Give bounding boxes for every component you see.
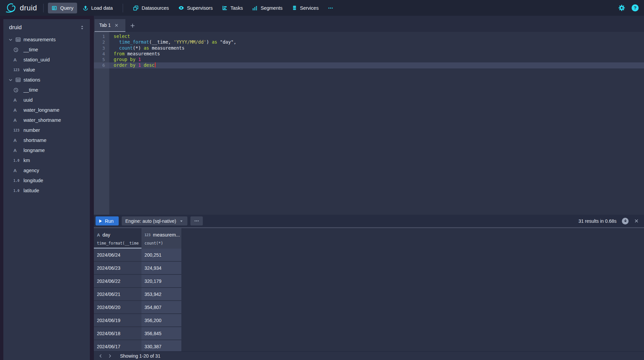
table-cell[interactable]: 330,387 [141, 340, 181, 352]
table-row: 2024/06/21353,942 [94, 288, 644, 301]
tree-column-time[interactable]: __time [3, 85, 90, 95]
table-icon [13, 37, 23, 42]
table-name: stations [23, 77, 40, 83]
chevron-down-icon[interactable] [3, 78, 13, 82]
int-type-icon: 123 [13, 128, 23, 132]
nav-item-query[interactable]: Query [48, 3, 77, 13]
tree-table-stations[interactable]: stations [3, 75, 90, 85]
nav-item-label: Tasks [230, 5, 243, 11]
results-panel: Aday time_format(__time, … 123measurem..… [94, 228, 644, 352]
tab-close-icon[interactable] [114, 23, 119, 28]
table-cell[interactable]: 2024/06/24 [94, 249, 141, 262]
table-cell[interactable]: 2024/06/19 [94, 314, 141, 327]
sql-editor[interactable]: 123456 select time_format(__time, 'YYYY/… [94, 32, 644, 215]
column-name: uuid [23, 97, 33, 103]
table-cell[interactable]: 2024/06/17 [94, 340, 141, 352]
close-results-icon[interactable] [634, 218, 639, 223]
tree-column-time[interactable]: __time [3, 45, 90, 55]
tree-column-number[interactable]: 123number [3, 125, 90, 135]
float-type-icon: 1.0 [13, 159, 23, 162]
nav-item-segments[interactable]: Segments [248, 3, 286, 13]
nav-item-tasks[interactable]: Tasks [218, 3, 246, 13]
column-header-measurem[interactable]: 123measurem... count(*) [141, 228, 181, 249]
column-type-icon: 123 [144, 233, 151, 237]
table-row: 2024/06/22320,179 [94, 275, 644, 288]
druid-brand[interactable]: druid [5, 3, 37, 13]
nav-item-label: Load data [91, 5, 113, 11]
run-label: Run [105, 218, 114, 224]
float-type-icon: 1.0 [13, 179, 23, 183]
string-type-icon: A [13, 118, 23, 123]
services-icon [292, 5, 297, 10]
results-header: Aday time_format(__time, … 123measurem..… [94, 228, 644, 249]
table-cell[interactable]: 356,845 [141, 327, 181, 340]
string-type-icon: A [13, 148, 23, 153]
tree-column-km[interactable]: 1.0km [3, 155, 90, 165]
nav-item-datasources[interactable]: Datasources [129, 3, 172, 13]
tree-column-water-shortname[interactable]: Awater_shortname [3, 115, 90, 125]
column-expression: time_format(__time, … [97, 241, 139, 246]
table-cell[interactable]: 320,179 [141, 275, 181, 288]
nav-divider [123, 4, 123, 12]
column-name: latitude [23, 188, 39, 193]
nav-item-label: Supervisors [187, 5, 213, 11]
column-type-icon: A [97, 233, 100, 238]
table-cell[interactable]: 2024/06/18 [94, 327, 141, 340]
help-icon[interactable]: ? [632, 4, 639, 11]
code-line: order by 1 desc [109, 62, 644, 68]
table-cell[interactable]: 356,200 [141, 314, 181, 327]
schema-selector[interactable]: druid [3, 19, 90, 35]
tree-column-water-longname[interactable]: Awater_longname [3, 105, 90, 115]
nav-item-supervisors[interactable]: Supervisors [175, 3, 217, 13]
string-type-icon: A [13, 57, 23, 62]
next-page-icon[interactable] [105, 352, 115, 360]
tree-column-longname[interactable]: Alongname [3, 145, 90, 155]
clock-icon [13, 88, 23, 93]
table-cell[interactable]: 2024/06/21 [94, 288, 141, 301]
int-type-icon: 123 [13, 68, 23, 72]
table-cell[interactable]: 2024/06/20 [94, 301, 141, 314]
settings-gear-icon[interactable] [619, 5, 625, 11]
table-cell[interactable]: 2024/06/22 [94, 275, 141, 288]
table-cell[interactable]: 2024/06/23 [94, 262, 141, 275]
nav-item-services[interactable]: Services [288, 3, 323, 13]
more-icon [328, 5, 333, 11]
tree-table-measurements[interactable]: measurements [3, 35, 90, 45]
schema-name: druid [9, 24, 22, 31]
tree-column-uuid[interactable]: Auuid [3, 95, 90, 105]
tree-column-station-uuid[interactable]: Astation_uuid [3, 55, 90, 65]
line-number: 3 [94, 45, 109, 51]
column-name: shortname [23, 138, 47, 143]
prev-page-icon[interactable] [96, 352, 105, 360]
add-tab-icon[interactable] [125, 19, 140, 32]
tree-column-agency[interactable]: Aagency [3, 165, 90, 175]
nav-items: QueryLoad dataDatasourcesSupervisorsTask… [48, 3, 337, 13]
nav-more-menu[interactable] [324, 3, 337, 13]
tree-column-shortname[interactable]: Ashortname [3, 135, 90, 145]
table-cell[interactable]: 354,807 [141, 301, 181, 314]
nav-item-load-data[interactable]: Load data [79, 3, 117, 13]
string-type-icon: A [13, 98, 23, 103]
tab-1[interactable]: Tab 1 [95, 19, 125, 32]
tree-column-value[interactable]: 123value [3, 65, 90, 75]
column-name: number [23, 127, 40, 133]
tree-column-latitude[interactable]: 1.0latitude [3, 186, 90, 196]
table-cell[interactable]: 324,934 [141, 262, 181, 275]
column-name: water_longname [23, 107, 59, 113]
table-cell[interactable]: 200,251 [141, 249, 181, 262]
download-icon[interactable] [622, 218, 629, 224]
code-line: time_format(__time, 'YYYY/MM/dd') as "da… [109, 39, 644, 45]
nav-item-label: Datasources [141, 5, 169, 11]
table-row: 2024/06/17330,387 [94, 340, 644, 352]
engine-select-button[interactable]: Engine: auto (sql-native) [122, 216, 188, 225]
query-more-button[interactable] [190, 216, 203, 225]
run-button[interactable]: Run [96, 216, 119, 225]
table-row: 2024/06/23324,934 [94, 262, 644, 275]
nav-item-label: Services [300, 5, 319, 11]
chevron-down-icon[interactable] [3, 38, 13, 42]
table-cell[interactable]: 353,942 [141, 288, 181, 301]
double-caret-vertical-icon[interactable] [80, 25, 84, 30]
tree-column-longitude[interactable]: 1.0longitude [3, 175, 90, 186]
caret-down-icon [179, 219, 184, 223]
column-header-day[interactable]: Aday time_format(__time, … [94, 228, 141, 249]
